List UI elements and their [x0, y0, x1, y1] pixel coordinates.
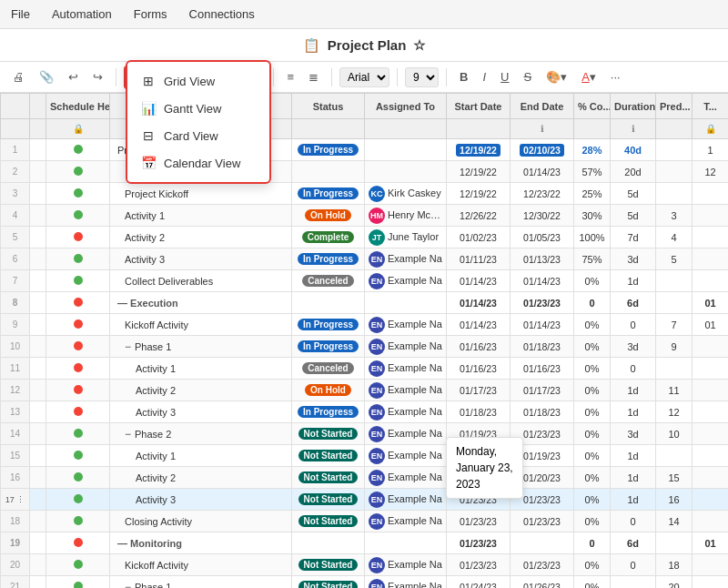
col-header-pred[interactable]: Pred... — [656, 94, 693, 119]
task-name-cell[interactable]: Activity 1 — [110, 205, 292, 227]
underline-btn[interactable]: U — [495, 67, 514, 86]
end-date-cell[interactable]: 01/14/23 — [511, 161, 574, 183]
gantt-view-option[interactable]: 📊 Gantt View — [127, 95, 269, 122]
print-btn[interactable]: 🖨 — [7, 67, 30, 86]
status-cell[interactable]: In Progress — [292, 183, 365, 205]
status-cell[interactable]: Complete — [292, 227, 365, 248]
fill-color-btn[interactable]: 🎨▾ — [541, 67, 572, 86]
status-cell[interactable]: In Progress — [292, 401, 365, 423]
status-cell[interactable]: In Progress — [292, 314, 365, 336]
end-date-cell[interactable]: 01/18/23 — [511, 336, 574, 358]
task-name-cell[interactable]: Kickoff Activity — [110, 314, 292, 336]
status-cell[interactable]: In Progress — [292, 248, 365, 270]
end-date-cell[interactable]: 01/14/23 — [511, 270, 574, 292]
more-options-btn[interactable]: ··· — [605, 67, 626, 86]
start-date-cell[interactable]: 12/19/22 — [447, 161, 511, 183]
col-header-health[interactable]: Schedule Health — [46, 94, 110, 119]
task-name-cell[interactable]: Activity 3 — [110, 248, 292, 270]
task-name-cell[interactable]: Activity 3 — [110, 401, 292, 423]
status-cell[interactable]: Not Started — [292, 511, 365, 532]
task-name-cell[interactable]: Activity 1 — [110, 358, 292, 380]
status-cell[interactable] — [292, 532, 365, 554]
task-name-cell[interactable]: Closing Activity — [110, 511, 292, 532]
task-name-cell[interactable]: Collect Deliverables — [110, 270, 292, 292]
menu-connections[interactable]: Connections — [186, 5, 258, 23]
start-date-cell[interactable]: 01/14/23 — [447, 314, 511, 336]
task-name-cell[interactable]: Activity 1 — [110, 445, 292, 467]
end-date-cell[interactable]: 12/30/22 — [511, 205, 574, 227]
undo-btn[interactable]: ↩ — [63, 67, 84, 86]
end-date-cell[interactable]: 01/23/23 — [511, 423, 574, 445]
attach-btn[interactable]: 📎 — [34, 67, 59, 86]
col-header-extra[interactable]: T... — [693, 94, 729, 119]
end-date-cell[interactable]: 01/23/23 — [511, 554, 574, 576]
strikethrough-btn[interactable]: S — [518, 67, 537, 86]
start-date-cell[interactable]: 01/19/23 — [447, 445, 511, 467]
status-cell[interactable]: Not Started — [292, 554, 365, 576]
outdent-btn[interactable]: ≣ — [303, 67, 324, 86]
status-cell[interactable]: Canceled — [292, 358, 365, 380]
task-name-cell[interactable]: Activity 2 — [110, 467, 292, 489]
col-header-status[interactable]: Status — [292, 94, 365, 119]
end-date-cell[interactable]: 01/23/23 — [511, 292, 574, 314]
italic-btn[interactable]: I — [477, 67, 491, 86]
end-date-cell[interactable]: 01/14/23 — [511, 314, 574, 336]
task-name-cell[interactable]: Project Kickoff — [110, 183, 292, 205]
col-header-pct[interactable]: % Co... — [574, 94, 611, 119]
start-date-cell[interactable]: 12/19/22 — [447, 183, 511, 205]
status-cell[interactable]: On Hold — [292, 205, 365, 227]
task-name-cell[interactable]: — Monitoring — [110, 532, 292, 554]
grid-view-option[interactable]: ⊞ Grid View — [127, 67, 269, 95]
end-date-cell[interactable]: 01/23/23 — [511, 511, 574, 532]
task-name-cell[interactable]: − Phase 1 — [110, 576, 292, 589]
text-color-btn[interactable]: A▾ — [576, 67, 602, 86]
start-date-cell[interactable]: 01/17/23 — [447, 380, 511, 401]
col-header-assigned[interactable]: Assigned To — [365, 94, 447, 119]
status-cell[interactable]: Not Started — [292, 423, 365, 445]
status-cell[interactable]: On Hold — [292, 380, 365, 401]
end-date-cell[interactable]: 01/20/23 — [511, 467, 574, 489]
end-date-cell[interactable]: 12/23/22 — [511, 183, 574, 205]
start-date-cell[interactable]: 01/23/23 — [447, 489, 511, 511]
start-date-cell[interactable]: 01/23/23 — [447, 511, 511, 532]
card-view-option[interactable]: ⊟ Card View — [127, 122, 269, 149]
start-date-cell[interactable]: 01/16/23 — [447, 336, 511, 358]
status-cell[interactable]: In Progress — [292, 336, 365, 358]
status-cell[interactable] — [292, 161, 365, 183]
start-date-cell[interactable]: 01/11/23 — [447, 248, 511, 270]
menu-automation[interactable]: Automation — [48, 5, 116, 23]
end-date-cell[interactable] — [511, 532, 574, 554]
status-cell[interactable] — [292, 292, 365, 314]
start-date-cell[interactable]: 01/23/23 — [447, 554, 511, 576]
end-date-cell[interactable]: 02/10/23 — [511, 139, 574, 161]
col-header-end[interactable]: End Date — [511, 94, 574, 119]
menu-file[interactable]: File — [7, 5, 34, 23]
task-name-cell[interactable]: − Phase 2 — [110, 423, 292, 445]
start-date-cell[interactable]: 01/02/23 — [447, 227, 511, 248]
font-size-select[interactable]: 9 — [405, 67, 439, 87]
start-date-cell[interactable]: 01/20/23 — [447, 467, 511, 489]
star-icon[interactable]: ☆ — [413, 37, 425, 54]
end-date-cell[interactable]: 01/19/23 — [511, 445, 574, 467]
start-date-cell[interactable]: 01/23/23 — [447, 532, 511, 554]
status-cell[interactable]: Not Started — [292, 445, 365, 467]
end-date-cell[interactable]: 01/05/23 — [511, 227, 574, 248]
redo-btn[interactable]: ↪ — [87, 67, 108, 86]
end-date-cell[interactable]: 01/26/23 — [511, 576, 574, 589]
end-date-cell[interactable]: 01/18/23 — [511, 401, 574, 423]
task-name-cell[interactable]: Kickoff Activity — [110, 554, 292, 576]
col-header-dur[interactable]: Duration — [611, 94, 656, 119]
start-date-cell[interactable]: 01/18/23 — [447, 401, 511, 423]
status-cell[interactable]: Canceled — [292, 270, 365, 292]
status-cell[interactable]: Not Started — [292, 467, 365, 489]
status-cell[interactable]: Not Started — [292, 576, 365, 589]
font-select[interactable]: Arial — [339, 67, 389, 87]
end-date-cell[interactable]: 01/16/23 — [511, 358, 574, 380]
status-cell[interactable]: In Progress — [292, 139, 365, 161]
indent-btn[interactable]: ≡ — [281, 67, 299, 86]
start-date-cell[interactable]: 12/19/22 — [447, 139, 511, 161]
end-date-cell[interactable]: 01/13/23 — [511, 248, 574, 270]
status-cell[interactable]: Not Started — [292, 489, 365, 511]
bold-btn[interactable]: B — [454, 67, 473, 86]
task-name-cell[interactable]: Activity 3 — [110, 489, 292, 511]
